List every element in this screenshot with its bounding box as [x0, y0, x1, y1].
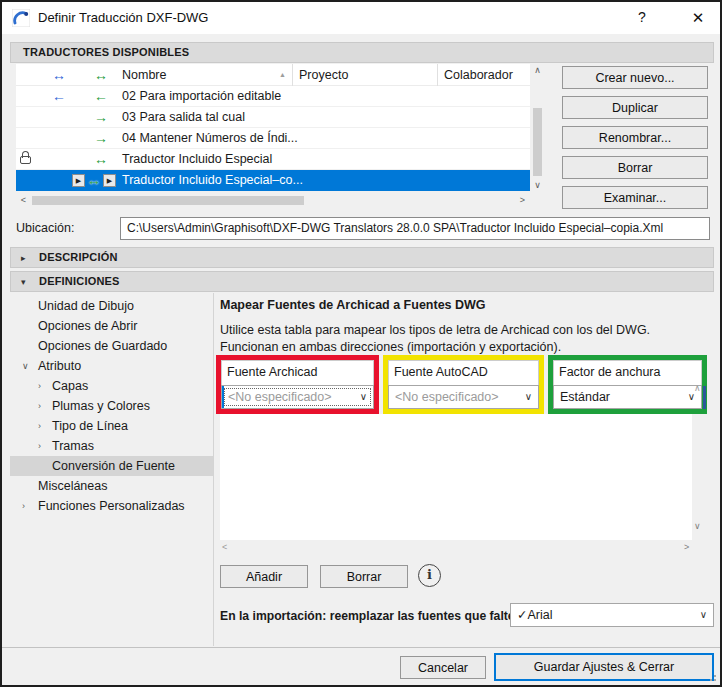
mapping-combo-fuente-autocad[interactable]: <No especificado>∨	[388, 385, 539, 409]
green-arrow-icon: ↔	[94, 151, 108, 167]
tree-item-funciones-personalizadas[interactable]: ›Funciones Personalizadas	[10, 496, 213, 516]
project-column-header[interactable]: Proyecto	[292, 64, 437, 86]
translator-row-03-para-salida-tal-cual[interactable]: →03 Para salida tal cual	[16, 107, 530, 128]
green-arrow-icon: →	[94, 130, 108, 146]
table-scroll-down-icon[interactable]: ∨	[694, 521, 701, 531]
description-title: DESCRIPCIÓN	[39, 251, 118, 263]
table-scroll-left-icon[interactable]: <	[222, 542, 227, 552]
mapping-title: Mapear Fuentes de Archicad a Fuentes DWG	[220, 298, 486, 312]
tree-content-divider	[213, 293, 214, 646]
tree-item-tipo-de-linea[interactable]: ›Tipo de Línea	[10, 416, 213, 436]
translator-table-header: ↔ ↔ Nombre▲ Proyecto Colaborador	[16, 64, 530, 86]
scroll-left-icon[interactable]: <	[17, 195, 30, 206]
cancel-button[interactable]: Cancelar	[400, 656, 486, 679]
scroll-right-icon[interactable]: >	[516, 195, 529, 206]
blue-arrow-icon: ←	[52, 88, 66, 104]
collaborator-column-header[interactable]: Colaborador	[437, 64, 530, 86]
tree-item-unidad-de-dibujo[interactable]: Unidad de Dibujo	[10, 296, 213, 316]
tree-item-opciones-de-guardado[interactable]: Opciones de Guardado	[10, 336, 213, 356]
chevron-collapsed-icon: ›	[38, 436, 41, 456]
import-direction-column-header[interactable]: ↔	[36, 64, 82, 86]
sort-ascending-icon: ▲	[279, 64, 286, 86]
save-settings-button[interactable]: Guardar Ajustes & Cerrar	[494, 653, 714, 681]
tree-item-opciones-de-abrir[interactable]: Opciones de Abrir	[10, 316, 213, 336]
delete-button[interactable]: Borrar	[320, 565, 408, 588]
mapping-column-fuente-archicad: Fuente Archicad<No especificado>∨	[216, 355, 379, 414]
vertical-scrollbar-thumb[interactable]	[533, 108, 542, 176]
translator-actions: Crear nuevo...DuplicarRenombrar...Borrar…	[562, 66, 708, 216]
lock-cell	[16, 86, 36, 107]
info-icon[interactable]: i	[418, 564, 441, 587]
mapping-column-fuente-autocad: Fuente AutoCAD<No especificado>∨	[383, 355, 544, 414]
mapping-combo-factor-de-anchura[interactable]: Estándar∨	[553, 385, 702, 409]
translator-row-02-para-importacion-editable[interactable]: ←←02 Para importación editable	[16, 86, 530, 107]
export-direction-cell: ←	[82, 86, 120, 107]
name-column-label: Nombre	[122, 68, 166, 82]
direction-both-icon: ↔	[87, 170, 101, 191]
description-band[interactable]: ▸ DESCRIPCIÓN	[10, 247, 714, 268]
export-direction-column-header[interactable]: ↔	[82, 64, 120, 86]
resize-grip-icon[interactable]	[707, 672, 716, 681]
chevron-down-icon: ∨	[700, 604, 707, 626]
tree-item-capas[interactable]: ›Capas	[10, 376, 213, 396]
translator-vertical-scrollbar[interactable]: ∧ ∨	[531, 64, 544, 192]
dxf-dwg-translation-dialog: Definir Traducción DXF-DWG ? ✕ TRADUCTOR…	[0, 0, 722, 687]
title-bar: Definir Traducción DXF-DWG ? ✕	[2, 2, 720, 34]
import-font-combo[interactable]: ✓Arial ∨	[510, 603, 714, 627]
scroll-up-icon[interactable]: ∧	[531, 65, 544, 76]
name-column-header[interactable]: Nombre▲	[120, 64, 292, 86]
definitions-band[interactable]: ▾ DEFINICIONES	[10, 271, 714, 292]
export-direction-cell: →	[82, 107, 120, 128]
row-detail-left-button[interactable]: ▶	[72, 174, 85, 187]
tree-item-label: Misceláneas	[38, 479, 107, 493]
translator-horizontal-scrollbar[interactable]: < >	[16, 194, 530, 207]
location-field: C:\Users\Admin\Graphisoft\DXF-DWG Transl…	[120, 217, 710, 240]
lock-column-header[interactable]	[16, 64, 36, 86]
combo-value: <No especificado>	[222, 386, 373, 408]
tree-item-miscelaneas[interactable]: Misceláneas	[10, 476, 213, 496]
translator-row-04-mantener-numeros-de-indi[interactable]: →04 Mantener Números de Índi...	[16, 128, 530, 149]
tree-item-plumas-y-colores[interactable]: ›Plumas y Colores	[10, 396, 213, 416]
tree-item-atributo[interactable]: ∨Atributo	[10, 356, 213, 376]
translator-row-traductor-incluido-especial-co[interactable]: ▶↔▶Traductor Incluido Especial–co...	[16, 170, 530, 191]
expanded-triangle-icon: ▾	[21, 272, 26, 292]
duplicar-button[interactable]: Duplicar	[562, 96, 708, 119]
lock-cell	[16, 149, 36, 170]
lock-cell	[16, 170, 36, 191]
borrar-button[interactable]: Borrar	[562, 156, 708, 179]
close-button[interactable]: ✕	[682, 2, 714, 33]
horizontal-scrollbar-thumb[interactable]	[32, 196, 304, 205]
examinar-button[interactable]: Examinar...	[562, 186, 708, 209]
create-new-button[interactable]: Crear nuevo...	[562, 66, 708, 89]
import-direction-cell	[36, 149, 82, 170]
help-button[interactable]: ?	[626, 2, 658, 33]
mapping-column-factor-de-anchura: Factor de anchuraEstándar∨	[548, 355, 707, 414]
green-arrow-icon: →	[94, 109, 108, 125]
scroll-down-icon[interactable]: ∨	[531, 180, 544, 191]
combo-value: Estándar	[554, 386, 701, 408]
collapsed-triangle-icon: ▸	[21, 248, 26, 268]
translator-name: Traductor Incluido Especial	[120, 149, 530, 170]
lock-cell	[16, 128, 36, 149]
mapping-combo-fuente-archicad[interactable]: <No especificado>∨	[221, 385, 374, 409]
archicad-logo-icon	[12, 9, 30, 27]
definitions-title: DEFINICIONES	[39, 275, 120, 287]
tree-item-tramas[interactable]: ›Tramas	[10, 436, 213, 456]
tree-item-label: Unidad de Dibujo	[38, 299, 134, 313]
available-translators-band: TRADUCTORES DISPONIBLES	[10, 42, 714, 63]
mapping-table-body	[220, 414, 692, 540]
table-scroll-right-icon[interactable]: >	[684, 542, 689, 552]
translator-row-traductor-incluido-especial[interactable]: ↔Traductor Incluido Especial	[16, 149, 530, 170]
selected-row-controls: ▶↔▶	[36, 170, 120, 191]
chevron-down-icon: ∨	[360, 386, 367, 408]
section-title: TRADUCTORES DISPONIBLES	[23, 46, 189, 58]
row-detail-right-button[interactable]: ▶	[103, 174, 116, 187]
location-path: C:\Users\Admin\Graphisoft\DXF-DWG Transl…	[127, 221, 663, 235]
renombrar-button[interactable]: Renombrar...	[562, 126, 708, 149]
chevron-collapsed-icon: ›	[38, 376, 41, 396]
tree-item-conversion-de-fuente[interactable]: Conversión de Fuente	[10, 456, 213, 476]
table-scroll-up-icon[interactable]: ∧	[694, 383, 701, 393]
import-font-value: ✓Arial	[511, 604, 713, 626]
tree-item-label: Funciones Personalizadas	[38, 499, 185, 513]
add-button[interactable]: Añadir	[220, 565, 308, 588]
